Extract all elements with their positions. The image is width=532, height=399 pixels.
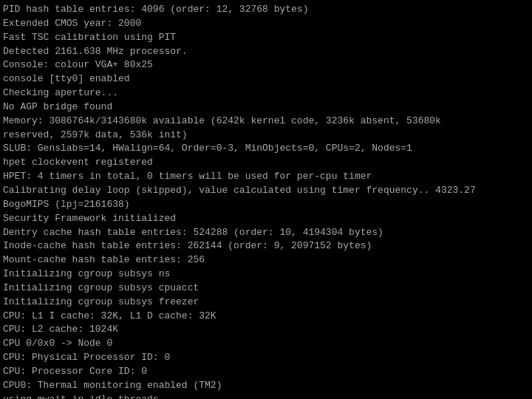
terminal-line: CPU0: Thermal monitoring enabled (TM2) <box>3 379 529 393</box>
terminal-line: Detected 2161.638 MHz processor. <box>3 45 529 59</box>
terminal-line: Initializing cgroup subsys cpuacct <box>3 282 529 296</box>
terminal-line: PID hash table entries: 4096 (order: 12,… <box>3 3 529 17</box>
terminal-line: CPU: Processor Core ID: 0 <box>3 365 529 379</box>
terminal-line: BogoMIPS (lpj=2161638) <box>3 198 529 212</box>
terminal-line: Fast TSC calibration using PIT <box>3 31 529 45</box>
terminal-line: reserved, 2597k data, 536k init) <box>3 129 529 143</box>
terminal-line: HPET: 4 timers in total, 0 timers will b… <box>3 170 529 184</box>
terminal-line: console [tty0] enabled <box>3 72 529 86</box>
terminal-line: CPU: Physical Processor ID: 0 <box>3 351 529 365</box>
terminal-line: Dentry cache hash table entries: 524288 … <box>3 226 529 240</box>
terminal-line: SLUB: Genslabs=14, HWalign=64, Order=0-3… <box>3 142 529 156</box>
terminal-line: hpet clockevent registered <box>3 156 529 170</box>
terminal-line: using mwait in idle threads. <box>3 393 529 399</box>
terminal-line: CPU: L2 cache: 1024K <box>3 323 529 337</box>
terminal-line: Mount-cache hash table entries: 256 <box>3 253 529 267</box>
terminal-line: Memory: 3086764k/3143680k available (624… <box>3 115 529 129</box>
terminal-line: Inode-cache hash table entries: 262144 (… <box>3 239 529 253</box>
terminal-line: Console: colour VGA+ 80x25 <box>3 58 529 72</box>
terminal-screen: PID hash table entries: 4096 (order: 12,… <box>0 0 532 399</box>
terminal-line: Calibrating delay loop (skipped), value … <box>3 184 529 198</box>
terminal-line: CPU: L1 I cache: 32K, L1 D cache: 32K <box>3 310 529 324</box>
terminal-line: Initializing cgroup subsys ns <box>3 267 529 282</box>
terminal-line: CPU 0/0x0 -> Node 0 <box>3 337 529 351</box>
terminal-line: Security Framework initialized <box>3 212 529 226</box>
terminal-line: No AGP bridge found <box>3 100 529 115</box>
terminal-line: Extended CMOS year: 2000 <box>3 17 529 31</box>
terminal-line: Initializing cgroup subsys freezer <box>3 296 529 310</box>
terminal-line: Checking aperture... <box>3 86 529 100</box>
